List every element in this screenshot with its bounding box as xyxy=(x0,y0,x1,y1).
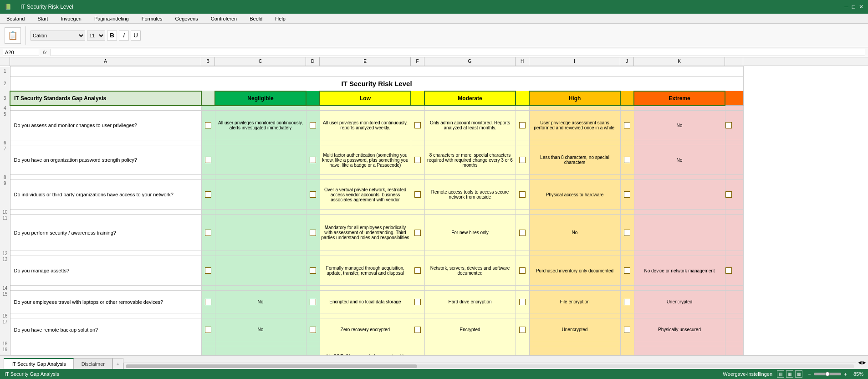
q4-low-checkbox[interactable] xyxy=(310,230,316,236)
q6-extreme-checkbox[interactable] xyxy=(624,299,630,305)
tab-it-security-gap-analysis[interactable]: IT Security Gap Analysis xyxy=(4,358,74,369)
q7-moderate-checkbox[interactable] xyxy=(414,327,421,333)
q5-negligible-checkbox[interactable] xyxy=(205,267,211,274)
q1-negligible-checkbox[interactable] xyxy=(205,122,211,128)
grid-container[interactable]: 1 2 IT Security Risk Level 3 IT Security… xyxy=(0,66,868,355)
q3-neg-chk[interactable] xyxy=(201,180,215,210)
q4-negligible-checkbox[interactable] xyxy=(205,230,211,236)
q3-low-chk[interactable] xyxy=(306,180,320,210)
q2-extreme-checkbox[interactable] xyxy=(624,157,630,163)
q6-moderate-checkbox[interactable] xyxy=(414,299,421,305)
col-header-last[interactable] xyxy=(725,57,743,66)
col-header-f[interactable]: F xyxy=(411,57,424,66)
col-header-a[interactable]: A xyxy=(10,57,201,66)
maximize-button[interactable]: □ xyxy=(852,4,855,10)
q4-extreme-checkbox[interactable] xyxy=(624,230,630,236)
q4-mod-chk[interactable] xyxy=(411,215,424,251)
q1-neg-chk[interactable] xyxy=(201,111,215,140)
q2-mod-chk[interactable] xyxy=(411,145,424,175)
q2-negligible-checkbox[interactable] xyxy=(205,157,211,163)
italic-button[interactable]: I xyxy=(119,31,129,41)
q4-ext-chk[interactable] xyxy=(620,215,634,251)
q7-high-checkbox[interactable] xyxy=(519,327,526,333)
q6-high-chk[interactable] xyxy=(516,291,529,313)
q3-extra-checkbox[interactable] xyxy=(725,191,732,198)
q7-low-chk[interactable] xyxy=(306,318,320,341)
q1-extra[interactable] xyxy=(725,111,743,140)
q8-high-chk[interactable] xyxy=(516,346,529,356)
q3-extra[interactable] xyxy=(725,180,743,210)
q5-low-chk[interactable] xyxy=(306,256,320,286)
formula-input[interactable] xyxy=(51,49,865,56)
q1-high-chk[interactable] xyxy=(516,111,529,140)
q2-neg-chk[interactable] xyxy=(201,145,215,175)
bold-button[interactable]: B xyxy=(107,31,117,41)
q6-high-checkbox[interactable] xyxy=(519,299,526,305)
zoom-slider[interactable] xyxy=(814,373,841,375)
q6-ext-chk[interactable] xyxy=(620,291,634,313)
zoom-out-icon[interactable]: － xyxy=(807,371,812,378)
name-box[interactable] xyxy=(3,49,39,56)
menu-invoegen[interactable]: Invoegen xyxy=(58,15,84,22)
q5-neg-chk[interactable] xyxy=(201,256,215,286)
col-header-e[interactable]: E xyxy=(320,57,411,66)
menu-help[interactable]: Help xyxy=(272,15,288,22)
q7-negligible-checkbox[interactable] xyxy=(205,327,211,333)
menu-beeld[interactable]: Beeld xyxy=(247,15,265,22)
q6-mod-chk[interactable] xyxy=(411,291,424,313)
q2-moderate-checkbox[interactable] xyxy=(414,157,421,163)
font-size-select[interactable]: 11 xyxy=(87,31,105,41)
font-select[interactable]: Calibri xyxy=(31,31,85,41)
scroll-left-button[interactable]: ◀ xyxy=(858,360,862,365)
q7-extreme-checkbox[interactable] xyxy=(624,327,630,333)
page-break-icon[interactable]: ▩ xyxy=(795,370,802,378)
q4-high-chk[interactable] xyxy=(516,215,529,251)
menu-bestand[interactable]: Bestand xyxy=(4,15,27,22)
minimize-button[interactable]: ─ xyxy=(844,4,848,10)
q8-ext-chk[interactable] xyxy=(620,346,634,356)
q4-neg-chk[interactable] xyxy=(201,215,215,251)
q2-high-checkbox[interactable] xyxy=(519,157,526,163)
tab-disclaimer[interactable]: Disclaimer xyxy=(74,358,112,369)
col-header-i[interactable]: I xyxy=(529,57,620,66)
q3-ext-chk[interactable] xyxy=(620,180,634,210)
q2-low-checkbox[interactable] xyxy=(310,157,316,163)
q5-extreme-checkbox[interactable] xyxy=(624,267,630,274)
q4-high-checkbox[interactable] xyxy=(519,230,526,236)
q8-low-chk[interactable] xyxy=(306,346,320,356)
menu-formules[interactable]: Formules xyxy=(139,15,165,22)
zoom-thumb[interactable] xyxy=(825,372,830,376)
q7-neg-chk[interactable] xyxy=(201,318,215,341)
menu-start[interactable]: Start xyxy=(35,15,51,22)
q8-mod-chk[interactable] xyxy=(411,346,424,356)
close-button[interactable]: ✕ xyxy=(859,4,863,10)
q4-low-chk[interactable] xyxy=(306,215,320,251)
q5-high-chk[interactable] xyxy=(516,256,529,286)
q7-ext-chk[interactable] xyxy=(620,318,634,341)
q8-neg-chk[interactable] xyxy=(201,346,215,356)
q3-negligible-checkbox[interactable] xyxy=(205,191,211,198)
col-header-j[interactable]: J xyxy=(620,57,634,66)
q7-low-checkbox[interactable] xyxy=(310,327,316,333)
underline-button[interactable]: U xyxy=(131,31,141,41)
q3-high-chk[interactable] xyxy=(516,180,529,210)
q1-high-checkbox[interactable] xyxy=(519,122,526,128)
q2-ext-chk[interactable] xyxy=(620,145,634,175)
q5-moderate-checkbox[interactable] xyxy=(414,267,421,274)
horizontal-scrollbar[interactable] xyxy=(123,363,856,369)
q6-low-chk[interactable] xyxy=(306,291,320,313)
paste-button[interactable]: 📋 xyxy=(5,27,21,44)
col-header-d[interactable]: D xyxy=(306,57,320,66)
menu-controleren[interactable]: Controleren xyxy=(208,15,240,22)
col-header-b[interactable]: B xyxy=(201,57,215,66)
menu-gegevens[interactable]: Gegevens xyxy=(173,15,201,22)
menu-pagina[interactable]: Pagina-indeling xyxy=(92,15,132,22)
q3-low-checkbox[interactable] xyxy=(310,191,316,198)
scroll-thumb[interactable] xyxy=(126,364,417,368)
q1-mod-chk[interactable] xyxy=(411,111,424,140)
q1-low-chk[interactable] xyxy=(306,111,320,140)
q6-negligible-checkbox[interactable] xyxy=(205,299,211,305)
zoom-in-icon[interactable]: ＋ xyxy=(843,371,848,378)
q2-high-chk[interactable] xyxy=(516,145,529,175)
q4-moderate-checkbox[interactable] xyxy=(414,230,421,236)
